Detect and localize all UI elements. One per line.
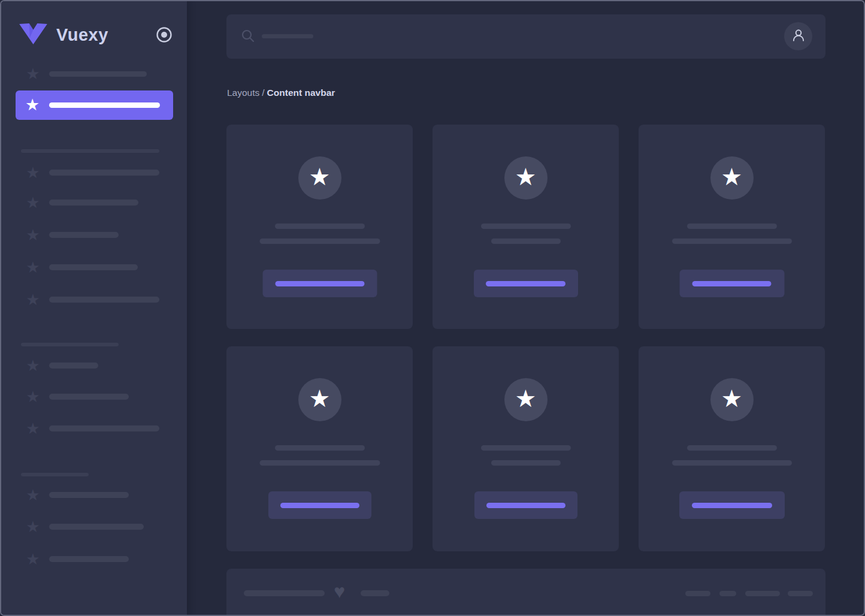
placeholder-card: ★ — [432, 346, 619, 551]
search-placeholder-skeleton — [262, 34, 313, 38]
skeleton-line — [361, 590, 389, 596]
star-icon: ★ — [309, 386, 331, 413]
skeleton-line — [49, 200, 138, 206]
button-label-skeleton — [692, 503, 772, 508]
card-action-button[interactable] — [262, 270, 377, 297]
card-action-button[interactable] — [268, 491, 371, 519]
placeholder-card: ★ — [639, 125, 825, 329]
avatar-circle: ★ — [298, 156, 341, 200]
avatar-circle: ★ — [298, 378, 341, 421]
card-action-button[interactable] — [474, 270, 578, 297]
skeleton-line — [672, 238, 792, 244]
skeleton-line — [49, 556, 129, 562]
star-icon: ★ — [721, 386, 743, 413]
skeleton-line — [49, 297, 159, 303]
star-icon: ★ — [309, 165, 331, 191]
avatar-circle: ★ — [710, 156, 754, 200]
person-icon — [791, 28, 806, 46]
star-icon: ★ — [25, 195, 41, 210]
placeholder-card: ★ — [432, 125, 619, 329]
star-icon: ★ — [25, 292, 41, 307]
skeleton-line — [491, 460, 561, 466]
breadcrumb-separator: / — [262, 87, 264, 98]
avatar-circle: ★ — [504, 378, 548, 421]
section-header-skeleton — [21, 473, 89, 476]
footer-link-skeleton — [685, 591, 710, 596]
star-icon: ★ — [25, 551, 41, 567]
heart-icon: ♥ — [334, 582, 345, 601]
button-label-skeleton — [486, 281, 565, 286]
menu-pin-toggle-icon[interactable] — [156, 26, 173, 43]
skeleton-line — [481, 445, 571, 451]
brand-title: Vuexy — [56, 25, 108, 45]
section-header-skeleton — [21, 343, 119, 346]
star-icon: ★ — [515, 386, 537, 413]
top-navbar — [226, 14, 825, 59]
skeleton-line — [275, 445, 365, 451]
breadcrumb-section[interactable]: Layouts — [227, 87, 259, 98]
vuexy-layout-preview: { "brand": { "name": "Vuexy", "logo_icon… — [0, 0, 865, 616]
footer-link-skeleton — [719, 591, 736, 596]
skeleton-line — [259, 460, 380, 466]
button-label-skeleton — [692, 281, 772, 286]
skeleton-line — [49, 363, 98, 369]
placeholder-card: ★ — [226, 125, 413, 329]
sidebar-item-active[interactable]: ★ — [16, 90, 173, 120]
placeholder-card: ★ — [639, 346, 825, 551]
skeleton-line — [687, 224, 777, 229]
skeleton-line — [49, 492, 129, 498]
footer-link-skeleton — [788, 591, 813, 596]
avatar-circle: ★ — [710, 378, 754, 421]
placeholder-card: ★ — [226, 346, 413, 551]
section-header-skeleton — [21, 149, 159, 153]
sidebar: Vuexy ★ ★ ★ ★ ★ ★ ★ ★ — [1, 1, 187, 615]
skeleton-line — [49, 102, 160, 108]
vuexy-logo-icon — [19, 23, 47, 47]
skeleton-line — [49, 524, 144, 530]
star-icon: ★ — [25, 519, 41, 535]
star-icon: ★ — [25, 66, 41, 81]
star-icon: ★ — [25, 259, 41, 275]
star-icon: ★ — [515, 165, 537, 191]
search-icon — [241, 29, 255, 43]
footer-card: ♥ — [226, 569, 825, 616]
skeleton-line — [49, 394, 129, 400]
user-avatar-button[interactable] — [784, 22, 812, 50]
star-icon: ★ — [25, 227, 41, 243]
star-icon: ★ — [25, 358, 41, 373]
star-icon: ★ — [25, 487, 41, 503]
card-action-button[interactable] — [474, 491, 577, 519]
search-input[interactable] — [226, 14, 562, 59]
breadcrumb: Layouts/Content navbar — [227, 87, 335, 98]
brand-header: Vuexy — [19, 23, 173, 47]
footer-link-skeleton — [745, 591, 780, 596]
skeleton-line — [481, 224, 571, 229]
star-icon: ★ — [25, 165, 41, 180]
skeleton-line — [491, 238, 561, 244]
star-icon: ★ — [25, 96, 40, 114]
card-action-button[interactable] — [679, 491, 785, 519]
button-label-skeleton — [280, 503, 359, 508]
star-icon: ★ — [25, 389, 41, 404]
avatar-circle: ★ — [504, 156, 548, 200]
skeleton-line — [259, 238, 380, 244]
skeleton-line — [244, 590, 325, 596]
skeleton-line — [49, 71, 147, 77]
skeleton-line — [49, 170, 159, 176]
skeleton-line — [49, 264, 138, 270]
star-icon: ★ — [721, 165, 743, 191]
skeleton-line — [672, 460, 792, 466]
skeleton-line — [49, 425, 159, 431]
breadcrumb-current: Content navbar — [267, 87, 335, 98]
skeleton-line — [275, 224, 365, 229]
card-action-button[interactable] — [679, 270, 784, 297]
button-label-skeleton — [486, 503, 565, 508]
star-icon: ★ — [25, 421, 41, 436]
button-label-skeleton — [275, 281, 364, 286]
skeleton-line — [687, 445, 777, 451]
skeleton-line — [49, 232, 119, 238]
